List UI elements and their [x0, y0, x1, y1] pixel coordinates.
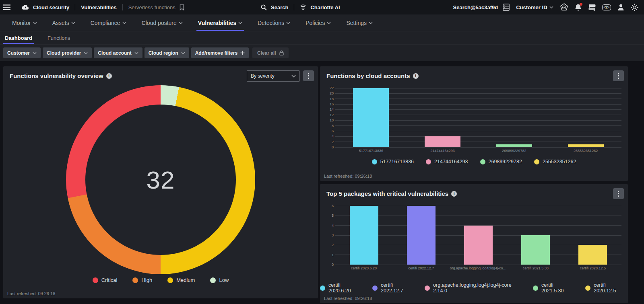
divider — [294, 4, 294, 10]
filter-cloud-provider[interactable]: Cloud provider — [43, 47, 92, 58]
bar-certifi-2022-12-7[interactable] — [407, 206, 436, 265]
nav-item-policies[interactable]: Policies — [305, 14, 331, 31]
y-tick-label: 4 — [325, 134, 334, 138]
bar-214744164293[interactable] — [425, 136, 460, 147]
hamburger-menu-icon[interactable] — [3, 4, 10, 10]
nav-item-vulnerabilities[interactable]: Vulnerabilities — [198, 14, 242, 31]
filter-cloud-region[interactable]: Cloud region — [144, 47, 189, 58]
assistant-label[interactable]: Charlotte AI — [310, 4, 340, 10]
bar-org-apache-logging-log4j-log4j-core-2[interactable] — [464, 226, 493, 265]
x-tick-label: 269899229782 — [479, 149, 550, 153]
legend-item-certifi-2020-12-5[interactable]: certifi 2020.12.5 — [585, 282, 628, 294]
y-axis-labels: 0123456 — [325, 206, 334, 265]
topbar-center: Search Charlotte AI — [261, 0, 340, 14]
y-tick-label: 6 — [325, 204, 334, 208]
legend-item-certifi-2020-6-20[interactable]: certifi 2020.6.20 — [320, 282, 363, 294]
nav-item-cloud-posture[interactable]: Cloud posture — [142, 14, 183, 31]
nav-item-detections[interactable]: Detections — [258, 14, 290, 31]
search-label[interactable]: Search — [271, 4, 288, 10]
panel-top5-critical-packages: Top 5 packages with critical vulnerabili… — [320, 184, 628, 303]
falcon-badge-icon[interactable] — [560, 3, 568, 12]
legend-item-medium[interactable]: Medium — [167, 277, 195, 283]
last-refreshed: Last refreshed: 09:26:18 — [7, 291, 55, 296]
bar-517716713836[interactable] — [353, 88, 389, 147]
legend-item-517716713836[interactable]: 517716713836 — [372, 159, 414, 164]
legend-dot — [167, 277, 173, 283]
legend-item-certifi-2022-12-7[interactable]: certifi 2022.12.7 — [372, 282, 415, 294]
y-tick-label: 4 — [325, 224, 334, 228]
severity-donut-chart[interactable]: 32 — [66, 85, 255, 274]
chevron-down-icon — [291, 75, 296, 78]
notifications-bell-icon[interactable] — [575, 4, 582, 11]
clear-all-button[interactable]: Clear all — [252, 47, 289, 58]
breadcrumb-section[interactable]: Vulnerabilities — [81, 4, 116, 10]
chevron-down-icon — [238, 22, 242, 24]
y-tick-label: 22 — [325, 86, 334, 90]
y-tick-label: 3 — [325, 233, 334, 237]
x-tick-label: certifi 2020.6.20 — [335, 266, 392, 270]
legend-dot — [372, 159, 377, 164]
filter-customer[interactable]: Customer — [3, 47, 41, 58]
clear-all-label: Clear all — [257, 50, 276, 56]
add-remove-filters-button[interactable]: Add/remove filters — [191, 47, 249, 58]
panel-title-text: Functions vulnerability overview — [10, 72, 103, 79]
bar-certifi-2020-12-5[interactable] — [578, 245, 607, 265]
bar-certifi-2021-5-30[interactable] — [521, 235, 550, 265]
api-code-icon[interactable]: </> — [602, 4, 611, 10]
legend-dot — [425, 286, 430, 291]
messages-icon[interactable] — [588, 4, 596, 11]
legend-item-214744164293[interactable]: 214744164293 — [426, 159, 468, 164]
notification-dot — [580, 3, 582, 6]
y-axis-labels: 0246810121416182022 — [325, 88, 334, 147]
chevron-down-icon — [134, 52, 138, 54]
breadcrumb-page[interactable]: Serverless functions — [128, 4, 175, 10]
search-context[interactable]: Search@5ac3af9d — [453, 4, 498, 10]
chevron-down-icon — [286, 22, 290, 24]
info-icon[interactable]: i — [106, 73, 112, 79]
legend-item-org-apache-logging-log4j-log4j-core-2-14-0[interactable]: org.apache.logging.log4j:log4j-core 2.14… — [425, 282, 523, 294]
y-tick-label: 16 — [325, 102, 334, 106]
filter-cloud-account[interactable]: Cloud account — [94, 47, 142, 58]
user-profile-icon[interactable] — [617, 4, 624, 11]
filter-chip-group: CustomerCloud providerCloud accountCloud… — [3, 47, 189, 58]
severity-selector[interactable]: By severity — [247, 70, 300, 82]
host-stack-icon[interactable] — [503, 4, 510, 11]
bookmark-icon[interactable] — [180, 4, 184, 10]
x-tick-label: 214744164293 — [407, 149, 479, 153]
nav-item-settings[interactable]: Settings — [346, 14, 373, 31]
legend-item-269899229782[interactable]: 269899229782 — [480, 159, 522, 164]
legend-item-critical[interactable]: Critical — [93, 277, 118, 283]
legend-item-low[interactable]: Low — [210, 277, 229, 283]
theme-toggle-sun-icon[interactable] — [631, 4, 638, 11]
info-icon[interactable]: i — [413, 73, 419, 79]
chevron-down-icon — [179, 22, 183, 24]
chevron-down-icon — [71, 22, 75, 24]
app-title[interactable]: Cloud security — [33, 4, 69, 10]
dashboard-content: Functions vulnerability overview i By se… — [0, 61, 644, 304]
x-tick-label: org.apache.logging.log4j:log4j-core 2... — [450, 266, 507, 270]
bar-269899229782[interactable] — [496, 144, 532, 147]
nav-item-monitor[interactable]: Monitor — [12, 14, 37, 31]
topbar-right: Search@5ac3af9d Customer ID </> — [453, 3, 638, 12]
search-icon[interactable] — [261, 4, 267, 10]
last-refreshed: Last refreshed: 09:26:18 — [324, 174, 372, 179]
accounts-legend: 5177167138362147441642932698992297822555… — [320, 159, 628, 164]
panel-menu-kebab-button[interactable] — [613, 70, 624, 81]
panel-menu-kebab-button[interactable] — [303, 70, 314, 81]
primary-navigation: MonitorAssetsComplianceCloud postureVuln… — [0, 14, 644, 31]
tab-functions[interactable]: Functions — [47, 31, 71, 44]
tab-dashboard[interactable]: Dashboard — [4, 31, 33, 44]
legend-item-255532351262[interactable]: 255532351262 — [534, 159, 576, 164]
panel-menu-kebab-button[interactable] — [613, 188, 624, 199]
customer-id-dropdown[interactable]: Customer ID — [516, 4, 553, 10]
last-refreshed: Last refreshed: 09:26:18 — [324, 296, 372, 301]
nav-item-assets[interactable]: Assets — [52, 14, 75, 31]
chevron-down-icon — [327, 22, 331, 24]
bar-255532351262[interactable] — [568, 144, 604, 147]
nav-item-compliance[interactable]: Compliance — [91, 14, 126, 31]
bar-certifi-2020-6-20[interactable] — [350, 206, 378, 265]
panel-title: Functions by cloud accounts i — [326, 72, 419, 79]
info-icon[interactable]: i — [451, 191, 457, 197]
legend-item-high[interactable]: High — [132, 277, 152, 283]
legend-item-certifi-2021-5-30[interactable]: certifi 2021.5.30 — [533, 282, 576, 294]
